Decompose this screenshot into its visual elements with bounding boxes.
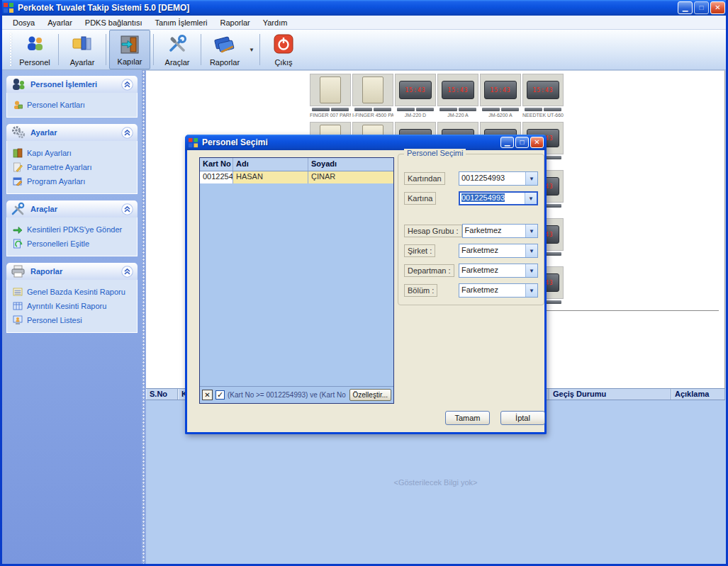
bolum-combo[interactable]: Farketmez ▼ — [459, 283, 538, 298]
dialog-title-bar: Personel Seçimi ▁ □ ✕ — [185, 135, 547, 150]
sirket-combo[interactable]: Farketmez ▼ — [459, 244, 538, 258]
toolbar-araclar-button[interactable]: Araçlar — [157, 30, 198, 69]
users-group-icon — [11, 77, 26, 91]
chevron-down-icon[interactable]: ▼ — [525, 193, 537, 204]
chevron-down-icon[interactable]: ▼ — [525, 225, 537, 237]
menu-yardim[interactable]: Yardım — [257, 17, 294, 28]
customize-filter-button[interactable]: Özelleştir... — [349, 389, 391, 401]
dialog-minimize-button[interactable]: ▁ — [500, 137, 514, 148]
bolum-label: Bölüm : — [404, 284, 437, 297]
product-caption: JM-220 D — [395, 113, 436, 118]
product-card[interactable]: 15:43JM-220 D — [394, 73, 437, 120]
toolbar-cikis-button[interactable]: Çıkış — [263, 30, 304, 69]
column-header-kart-no[interactable]: Kart No — [200, 158, 233, 171]
column-header-soyadi[interactable]: Soyadı — [308, 158, 393, 171]
minimize-button[interactable]: ▁ — [678, 1, 693, 14]
hesap-grubu-combo[interactable]: Farketmez ▼ — [462, 224, 538, 238]
kartina-label: Kartına — [404, 192, 436, 205]
collapse-chevron-icon[interactable] — [121, 127, 133, 139]
menu-dosya[interactable]: Dosya — [6, 17, 41, 28]
toolbar-grip[interactable] — [9, 33, 13, 67]
product-caption: JM-6200 A — [480, 113, 521, 118]
sidebar-item-personel-kartlari[interactable]: Personel Kartları — [11, 98, 133, 112]
toolbar-kapilar-button[interactable]: Kapılar — [109, 30, 150, 69]
personnel-table-header: Kart No Adı Soyadı — [200, 158, 393, 171]
toolbar-label: Personel — [19, 58, 50, 68]
departman-combo[interactable]: Farketmez ▼ — [459, 264, 538, 278]
toolbar-label: Araçlar — [165, 58, 190, 68]
person-list-icon — [13, 315, 23, 325]
toolbar-label: Kapılar — [118, 57, 142, 67]
menu-raporlar[interactable]: Raporlar — [214, 17, 257, 28]
door-arrow-icon — [119, 33, 140, 56]
sidebar-item-kapi-ayarlari[interactable]: Kapı Ayarları — [11, 146, 133, 160]
menu-pdks-baglantisi[interactable]: PDKS bağlantısı — [79, 17, 149, 28]
collapse-chevron-icon[interactable] — [121, 203, 133, 215]
toolbar-ayarlar-button[interactable]: Ayarlar — [62, 30, 103, 69]
window-brush-icon — [13, 176, 23, 186]
filter-checkbox[interactable]: ✓ — [215, 390, 225, 400]
hesap-grubu-label: Hesap Grubu : — [404, 225, 462, 237]
chevron-down-icon[interactable]: ▼ — [525, 244, 537, 257]
sidebar-item-kesintileri-pdksye-gonder[interactable]: Kesintileri PDKS'ye Gönder — [11, 222, 133, 237]
gears-icon — [11, 125, 26, 140]
product-caption: FINGER 007 PARMAKIZI — [310, 113, 351, 118]
cell-adi: HASAN — [233, 171, 308, 183]
kartina-combo[interactable]: 0012254993 ▼ — [459, 191, 538, 205]
dialog-maximize-button[interactable]: □ — [515, 137, 529, 148]
chevron-down-icon[interactable]: ▼ — [525, 172, 537, 185]
chevron-down-icon[interactable]: ▼ — [525, 284, 537, 297]
sidebar-item-personelleri-esitle[interactable]: Personelleri Eşitle — [11, 237, 133, 251]
group-header-ayarlar[interactable]: Ayarlar — [6, 124, 138, 141]
collapse-chevron-icon[interactable] — [121, 79, 133, 91]
sidebar-group-araclar: Araçlar Kesintileri PDKS'ye Gönder — [6, 200, 138, 256]
close-button[interactable]: ✕ — [710, 1, 725, 14]
maximize-button[interactable]: □ — [694, 1, 709, 14]
product-card[interactable]: 15:43JM-220 A — [437, 73, 479, 120]
menu-ayarlar[interactable]: Ayarlar — [41, 17, 79, 28]
sidebar-group-ayarlar: Ayarlar Kapı Ayarları — [6, 124, 138, 194]
cell-kart-no: 001225499 — [200, 171, 233, 183]
chevron-down-icon[interactable]: ▼ — [525, 264, 537, 277]
iptal-button[interactable]: İptal — [500, 411, 545, 425]
sidebar-item-program-ayarlari[interactable]: Program Ayarları — [11, 174, 133, 188]
column-header-aciklama[interactable]: Açıklama — [671, 389, 725, 400]
sidebar-group-raporlar: Raporlar Genel Bazda Kesinti Raporu — [6, 263, 138, 333]
column-header-sno[interactable]: S.No — [146, 389, 178, 400]
dialog-close-button[interactable]: ✕ — [530, 137, 544, 148]
groupbox-title: Personel Seçimi — [404, 149, 466, 157]
menu-tanim-islemleri[interactable]: Tanım İşlemleri — [149, 17, 214, 28]
group-header-araclar[interactable]: Araçlar — [6, 200, 138, 217]
table-row[interactable]: 001225499 HASAN ÇINAR — [200, 171, 393, 183]
tamam-button[interactable]: Tamam — [445, 411, 490, 425]
product-caption: I-FINGER 4500 PARMAKIZI — [352, 113, 393, 118]
kartindan-combo[interactable]: 0012254993 ▼ — [459, 171, 538, 186]
tools-icon — [167, 33, 188, 55]
collapse-chevron-icon[interactable] — [121, 266, 133, 278]
personel-secimi-dialog: Personel Seçimi ▁ □ ✕ Kart No Adı Soyadı… — [185, 135, 547, 434]
product-card[interactable]: FINGER 007 PARMAKIZI — [309, 73, 352, 120]
tools-group-icon — [11, 202, 26, 216]
raporlar-dropdown-arrow[interactable]: ▼ — [247, 47, 257, 53]
product-card[interactable]: I-FINGER 4500 PARMAKIZI — [352, 73, 394, 120]
toolbar-personel-button[interactable]: Personel — [14, 30, 55, 69]
group-header-raporlar[interactable]: Raporlar — [6, 263, 138, 280]
toolbar-raporlar-button[interactable]: Raporlar — [204, 30, 245, 69]
column-header-adi[interactable]: Adı — [233, 158, 308, 171]
dialog-title: Personel Seçimi — [202, 137, 500, 147]
sidebar-item-genel-bazda-kesinti-raporu[interactable]: Genel Bazda Kesinti Raporu — [11, 285, 133, 299]
dialog-icon — [188, 137, 198, 148]
column-header-gecis-durumu[interactable]: Geçiş Durumu — [549, 389, 671, 400]
clear-filter-button[interactable]: ✕ — [202, 390, 213, 400]
toolbar: Personel Ayarlar Kapılar Araçlar — [2, 30, 726, 70]
door-small-icon — [13, 148, 23, 158]
sidebar-item-personel-listesi[interactable]: Personel Listesi — [11, 313, 133, 327]
sidebar-item-ayrintili-kesinti-raporu[interactable]: Ayrıntılı Kesinti Raporu — [11, 299, 133, 313]
product-card[interactable]: 15:43JM-6200 A — [479, 73, 522, 120]
toolbar-label: Ayarlar — [70, 58, 95, 68]
product-card[interactable]: 15:43NEEDTEK UT-6600 — [522, 73, 564, 120]
group-header-personel-islemleri[interactable]: Personel İşlemleri — [6, 76, 138, 93]
app-icon — [3, 2, 14, 13]
sidebar-item-parametre-ayarlari[interactable]: Parametre Ayarları — [11, 160, 133, 174]
report-grid-icon — [13, 301, 23, 311]
